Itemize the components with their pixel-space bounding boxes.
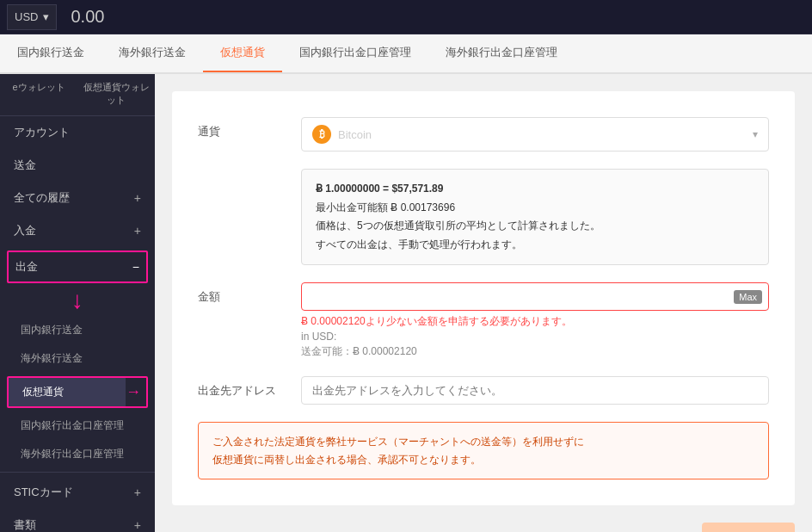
next-btn-wrap: 次へ [172, 523, 795, 532]
top-bar: USD ▾ 0.00 [0, 0, 812, 34]
currency-field-label: 通貨 [198, 117, 301, 139]
address-row: 出金先アドレス [198, 376, 769, 405]
sidebar-item-documents-label: 書類 [14, 517, 36, 532]
sidebar-item-documents[interactable]: 書類 + [0, 509, 155, 532]
sidebar-item-all-history[interactable]: 全ての履歴 + [0, 182, 155, 214]
warning-line1: ご入金された法定通貨を弊社サービス（マーチャントへの送金等）を利用せずに [212, 433, 754, 450]
max-button[interactable]: Max [734, 290, 762, 304]
sidebar-item-stic-card-label: STICカード [14, 485, 73, 500]
sidebar-item-stic-card[interactable]: STICカード + [0, 476, 155, 509]
tab-domestic-bank-mgmt[interactable]: 国内銀行出金口座管理 [282, 34, 428, 72]
warning-box: ご入金された法定通貨を弊社サービス（マーチャントへの送金等）を利用せずに 仮想通… [198, 422, 769, 479]
nav-tabs: 国内銀行送金 海外銀行送金 仮想通貨 国内銀行出金口座管理 海外銀行出金口座管理 [0, 34, 812, 74]
info-row: Ƀ 1.00000000 = $57,571.89 最小出金可能額 Ƀ 0.00… [198, 169, 769, 265]
crypto-wallet-tab[interactable]: 仮想通貨ウォレット [77, 74, 155, 115]
tab-domestic-transfer[interactable]: 国内銀行送金 [0, 34, 102, 72]
documents-plus-icon: + [134, 518, 141, 532]
min-line: 最小出金可能額 Ƀ 0.00173696 [316, 199, 754, 218]
withdraw-minus-icon: − [132, 260, 139, 274]
sidebar-sub-crypto-label: 仮想通貨 [22, 385, 64, 399]
currency-label: USD [15, 10, 38, 23]
currency-option: ₿ Bitcoin [312, 125, 372, 144]
address-input[interactable] [301, 376, 769, 405]
ewallet-tab[interactable]: eウォレット [0, 74, 77, 115]
arrow-right-icon: → [126, 383, 146, 401]
info-desc2: すべての出金は、手動で処理が行われます。 [316, 236, 754, 255]
warning-line2: 仮想通貨に両替し出金される場合、承認不可となります。 [212, 451, 754, 468]
arrow-down-icon: ↓ [0, 287, 155, 314]
sidebar-item-withdraw[interactable]: 出金 − [9, 252, 146, 281]
currency-chevron-icon: ▾ [43, 10, 49, 23]
sidebar: eウォレット 仮想通貨ウォレット アカウント 送金 全ての履歴 + 入金 + 出… [0, 74, 155, 532]
stic-plus-icon: + [134, 486, 141, 499]
sidebar-item-send-label: 送金 [14, 158, 36, 173]
currency-dropdown[interactable]: ₿ Bitcoin ▾ [301, 117, 769, 152]
form-card: 通貨 ₿ Bitcoin ▾ Ƀ 1.00000000 = $ [172, 91, 795, 505]
tab-overseas-bank-mgmt[interactable]: 海外銀行出金口座管理 [428, 34, 575, 72]
sidebar-item-all-history-label: 全ての履歴 [14, 190, 70, 206]
sidebar-sub-overseas-bank-send[interactable]: 海外銀行送金 [0, 344, 155, 373]
amount-error-text: Ƀ 0.00002120より少ない金額を申請する必要があります。 [301, 314, 769, 329]
withdraw-outlined-section: 出金 − [7, 251, 148, 283]
in-usd-label: in USD: [301, 331, 769, 343]
next-button[interactable]: 次へ [702, 523, 795, 532]
arrow-down-indicator: ↓ [0, 287, 155, 314]
amount-field-label: 金額 [198, 282, 301, 305]
amount-input[interactable] [301, 282, 769, 311]
sidebar-sub-crypto[interactable]: 仮想通貨 [9, 378, 126, 406]
tab-overseas-transfer[interactable]: 海外銀行送金 [102, 34, 203, 72]
tab-crypto-withdraw[interactable]: 仮想通貨 [203, 34, 282, 72]
selected-currency-label: Bitcoin [338, 128, 372, 141]
deposit-plus-icon: + [134, 224, 141, 238]
rate-line: Ƀ 1.00000000 = $57,571.89 [316, 180, 754, 199]
dropdown-chevron-icon: ▾ [753, 128, 758, 140]
sidebar-item-account[interactable]: アカウント [0, 116, 155, 149]
content-area: 通貨 ₿ Bitcoin ▾ Ƀ 1.00000000 = $ [155, 74, 812, 532]
sendable-label: 送金可能：Ƀ 0.00002120 [301, 344, 769, 359]
address-field-label: 出金先アドレス [198, 376, 301, 399]
info-desc1: 価格は、5つの仮想通貨取引所の平均として計算されました。 [316, 217, 754, 236]
info-box: Ƀ 1.00000000 = $57,571.89 最小出金可能額 Ƀ 0.00… [301, 169, 769, 265]
all-history-plus-icon: + [134, 191, 141, 205]
sidebar-item-withdraw-label: 出金 [15, 259, 38, 275]
btc-icon: ₿ [312, 125, 331, 144]
sidebar-sub-domestic-bank-account-mgmt[interactable]: 国内銀行出金口座管理 [0, 411, 155, 440]
amount-field: Max Ƀ 0.00002120より少ない金額を申請する必要があります。 in … [301, 282, 769, 359]
balance-display: 0.00 [71, 7, 104, 27]
amount-row: 金額 Max Ƀ 0.00002120より少ない金額を申請する必要があります。 … [198, 282, 769, 359]
currency-row: 通貨 ₿ Bitcoin ▾ [198, 117, 769, 152]
sidebar-sub-domestic-bank-send[interactable]: 国内銀行送金 [0, 316, 155, 344]
sidebar-item-send[interactable]: 送金 [0, 149, 155, 182]
info-spacer [198, 169, 301, 176]
address-field [301, 376, 769, 405]
currency-field: ₿ Bitcoin ▾ [301, 117, 769, 152]
info-field: Ƀ 1.00000000 = $57,571.89 最小出金可能額 Ƀ 0.00… [301, 169, 769, 265]
main-layout: eウォレット 仮想通貨ウォレット アカウント 送金 全ての履歴 + 入金 + 出… [0, 74, 812, 532]
amount-input-wrap: Max [301, 282, 769, 311]
sidebar-item-deposit[interactable]: 入金 + [0, 214, 155, 247]
sidebar-item-account-label: アカウント [14, 125, 70, 140]
currency-selector[interactable]: USD ▾ [7, 4, 57, 30]
sidebar-item-deposit-label: 入金 [14, 223, 36, 238]
sidebar-sub-overseas-bank-account-mgmt[interactable]: 海外銀行出金口座管理 [0, 440, 155, 468]
